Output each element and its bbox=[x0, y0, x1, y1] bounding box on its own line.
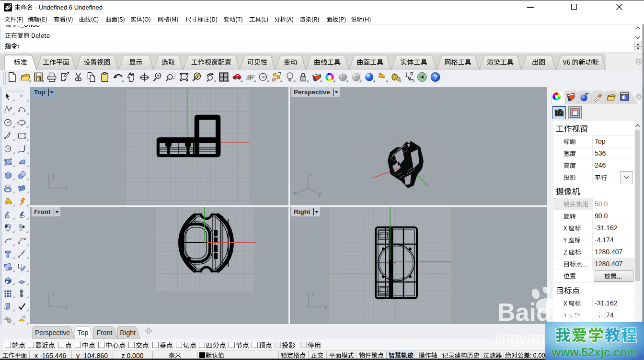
svg-text:?: ? bbox=[433, 73, 437, 81]
svg-text:y: y bbox=[324, 303, 328, 310]
svg-text:x: x bbox=[65, 303, 68, 310]
svg-text:y: y bbox=[52, 172, 55, 179]
svg-text:z: z bbox=[311, 291, 315, 298]
svg-text:y: y bbox=[318, 190, 322, 197]
svg-text:x: x bbox=[65, 184, 68, 191]
svg-text:x: x bbox=[293, 189, 297, 196]
svg-text:Right: Right bbox=[120, 329, 136, 337]
svg-text:Top: Top bbox=[78, 329, 89, 337]
svg-text:Perspective: Perspective bbox=[35, 329, 70, 337]
svg-text:z: z bbox=[52, 291, 55, 298]
svg-text:Front: Front bbox=[97, 329, 113, 337]
svg-text:6: 6 bbox=[9, 3, 11, 8]
svg-text:z: z bbox=[310, 170, 313, 178]
